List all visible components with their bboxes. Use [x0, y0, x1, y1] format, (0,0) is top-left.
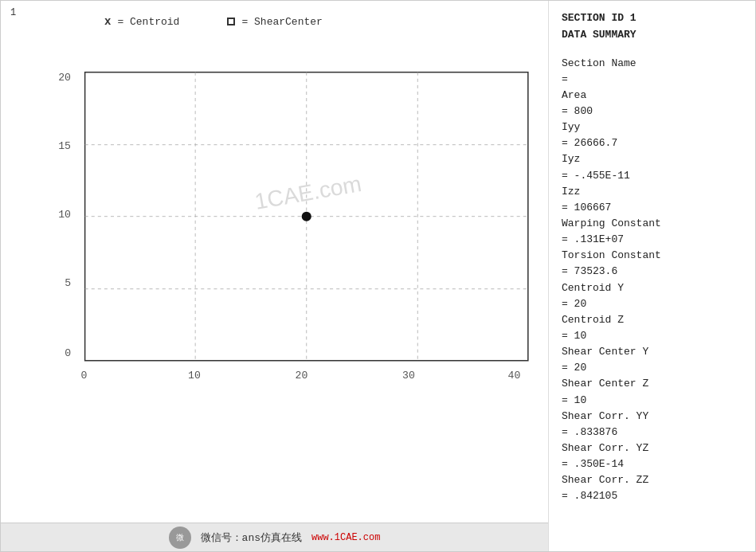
data-field-value-12: = .350E-14 [562, 456, 742, 472]
data-field-label-0: Section Name [562, 56, 742, 72]
legend-row: x = Centroid = ShearCenter [41, 9, 540, 34]
data-field-label-9: Shear Center Y [562, 344, 742, 360]
data-field-value-3: = -.455E-11 [562, 168, 742, 184]
y-label-20: 20 [58, 72, 71, 84]
centroid-point [302, 212, 311, 221]
data-panel: SECTION ID 1 DATA SUMMARY Section Name =… [548, 1, 755, 551]
data-field-label-6: Torsion Constant [562, 248, 742, 264]
data-field-label-10: Shear Center Z [562, 376, 742, 392]
x-label-0: 0 [81, 370, 88, 382]
data-field-label-3: Iyz [562, 151, 742, 167]
data-title-line2: DATA SUMMARY [562, 27, 742, 44]
shearcenter-label: = ShearCenter [241, 16, 322, 28]
data-field-value-11: = .833876 [562, 425, 742, 440]
data-field-label-1: Area [562, 88, 742, 104]
y-label-10: 10 [58, 209, 71, 221]
watermark-url-text: www.1CAE.com [311, 532, 380, 543]
data-field-label-12: Shear Corr. YZ [562, 440, 742, 456]
shearcenter-legend: = ShearCenter [227, 16, 322, 28]
shearcenter-marker [227, 18, 235, 25]
data-field-value-5: = .131E+07 [562, 232, 742, 248]
data-field-value-8: = 10 [562, 328, 742, 344]
x-label-20: 20 [296, 370, 308, 382]
data-field-value-9: = 20 [562, 360, 742, 376]
data-field-value-1: = 800 [562, 104, 742, 119]
data-field-value-10: = 10 [562, 393, 742, 409]
data-field-value-2: = 26666.7 [562, 135, 742, 151]
centroid-label: = Centroid [117, 16, 179, 28]
data-title-line1: SECTION ID 1 [562, 10, 742, 27]
x-label-10: 10 [188, 370, 201, 382]
data-field-label-7: Centroid Y [562, 280, 742, 296]
data-field-value-6: = 73523.6 [562, 264, 742, 280]
data-field-value-0: = [562, 72, 742, 88]
watermark-logo: 微 [169, 527, 191, 549]
data-field-label-11: Shear Corr. YY [562, 409, 742, 425]
x-label-40: 40 [508, 370, 521, 382]
watermark-cn-text: 微信号：ans仿真在线 [201, 530, 302, 545]
data-field-label-2: Iyy [562, 119, 742, 135]
graph-panel: 1 x = Centroid = ShearCenter 20 15 10 5 … [1, 1, 548, 551]
y-label-0: 0 [65, 347, 71, 359]
graph-watermark: 1CAE.com [253, 170, 363, 214]
centroid-legend: x = Centroid [104, 15, 179, 28]
main-container: 1 x = Centroid = ShearCenter 20 15 10 5 … [0, 0, 756, 552]
graph-svg-container: 20 15 10 5 0 0 10 20 30 40 [41, 34, 540, 513]
watermark-logo-text: 微 [176, 532, 184, 543]
y-label-5: 5 [65, 277, 71, 289]
data-field-value-7: = 20 [562, 296, 742, 312]
data-field-value-13: = .842105 [562, 488, 742, 504]
centroid-marker: x [104, 15, 111, 28]
graph-number: 1 [10, 7, 16, 18]
data-field-label-8: Centroid Z [562, 312, 742, 328]
graph-svg: 20 15 10 5 0 0 10 20 30 40 [41, 34, 540, 513]
y-label-15: 15 [58, 140, 71, 152]
x-label-30: 30 [402, 370, 415, 382]
data-field-label-5: Warping Constant [562, 216, 742, 232]
data-field-label-13: Shear Corr. ZZ [562, 472, 742, 488]
data-fields-container: Section Name =Area = 800Iyy = 26666.7Iyz… [562, 56, 742, 505]
data-field-label-4: Izz [562, 184, 742, 200]
watermark-bar: 微 微信号：ans仿真在线 www.1CAE.com [1, 523, 548, 551]
data-field-value-4: = 106667 [562, 200, 742, 216]
